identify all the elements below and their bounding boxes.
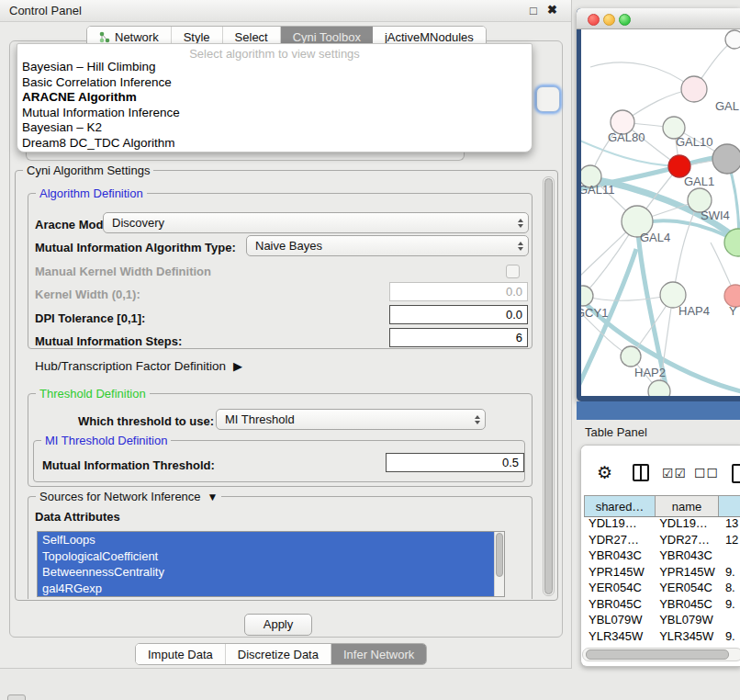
algo-options: Bayesian – Hill ClimbingBasic Correlatio… xyxy=(17,60,532,152)
aracne-mode-value: Discovery xyxy=(104,216,513,230)
hub-factor-expander[interactable]: Hub/Transcription Factor Definition ▶ xyxy=(35,359,242,373)
bottom-left-button[interactable] xyxy=(7,694,26,700)
focused-spinner-remnant xyxy=(536,86,560,112)
mac-close-icon[interactable] xyxy=(588,14,600,26)
tab-infer-network[interactable]: Infer Network xyxy=(331,644,426,664)
network-window-titlebar[interactable] xyxy=(577,8,740,29)
table-row[interactable]: YPR145WYPR145W9. xyxy=(584,564,740,581)
table-cell: 9. xyxy=(717,628,740,645)
table-row[interactable]: YER054CYER054C8. xyxy=(584,580,740,596)
table-row[interactable]: YLR345WYLR345W9. xyxy=(584,628,740,645)
split-columns-icon[interactable] xyxy=(633,464,649,481)
network-node[interactable] xyxy=(725,30,740,49)
table-hscrollbar[interactable] xyxy=(582,648,740,661)
network-node-gal[interactable] xyxy=(681,76,707,102)
tab-label: jActiveMNodules xyxy=(385,30,474,44)
gear-icon[interactable]: ⚙ xyxy=(597,462,612,483)
column-header-third[interactable]: A xyxy=(719,496,740,516)
combo-arrows-icon xyxy=(513,219,528,228)
data-attributes-label: Data Attributes xyxy=(35,510,120,524)
algorithm-option[interactable]: Dream8 DC_TDC Algorithm xyxy=(17,136,532,152)
mi-threshold-field[interactable]: 0.5 xyxy=(386,453,524,472)
algorithm-option[interactable]: Bayesian – Hill Climbing xyxy=(17,60,532,75)
table-cell: YDL19… xyxy=(653,515,717,532)
table-panel-window: ⚙ ☑☑ ☐☐ shared… name A YDL19…YDL19…13YDR… xyxy=(580,445,740,667)
node-label: SWI4 xyxy=(701,209,730,222)
algorithm-option[interactable]: Mutual Information Inference xyxy=(17,106,532,121)
table-cell xyxy=(717,548,740,564)
table-cell: YER054C xyxy=(653,580,717,596)
dpi-tolerance-field[interactable]: 0.0 xyxy=(389,305,528,324)
column-header-shared[interactable]: shared… xyxy=(585,496,656,516)
table-cell: 12 xyxy=(717,532,740,548)
mi-type-combo[interactable]: Naive Bayes xyxy=(246,235,529,256)
float-window-icon[interactable]: □ xyxy=(530,4,537,17)
manual-kernel-checkbox[interactable] xyxy=(506,265,520,278)
cp-bottom-tabs: Impute DataDiscretize DataInfer Network xyxy=(135,643,427,665)
network-view-window[interactable]: GALGAL80GAL10GAL1GAL11SWI4GAL4GCY1HAP4YH… xyxy=(577,8,740,401)
kernel-width-label: Kernel Width (0,1): xyxy=(35,288,140,301)
algorithm-dropdown[interactable]: Select algorithm to view settings Bayesi… xyxy=(17,43,533,152)
algorithm-option[interactable]: Bayesian – K2 xyxy=(17,120,532,136)
network-node[interactable] xyxy=(712,144,740,174)
aracne-mode-combo[interactable]: Discovery xyxy=(103,212,529,233)
table-row[interactable]: YDL19…YDL19…13 xyxy=(584,515,740,532)
tab-discretize-data[interactable]: Discretize Data xyxy=(226,644,331,664)
network-icon xyxy=(99,31,110,43)
tab-label: Select xyxy=(235,30,268,44)
tab-label: Cyni Toolbox xyxy=(293,30,361,44)
attr-items: SelfLoopsTopologicalCoefficientBetweenne… xyxy=(38,532,504,596)
mi-type-label: Mutual Information Algorithm Type: xyxy=(35,241,236,254)
deselect-all-checks-icon[interactable]: ☐☐ xyxy=(694,466,719,480)
column-header-name[interactable]: name xyxy=(656,496,719,516)
sources-group-title-wrap[interactable]: Sources for Network Inference ▼ xyxy=(36,490,221,503)
mi-threshold-label: Mutual Information Threshold: xyxy=(42,458,215,472)
settings-scrollbar[interactable] xyxy=(543,176,555,596)
which-threshold-combo[interactable]: MI Threshold xyxy=(216,409,486,430)
table-row[interactable]: YDR27…YDR27…12 xyxy=(584,532,740,548)
table-row[interactable]: YBR043CYBR043C xyxy=(584,548,740,564)
table-cell: YBR043C xyxy=(584,548,653,564)
manual-kernel-label: Manual Kernel Width Definition xyxy=(35,265,211,278)
algorithm-definition-title: Algorithm Definition xyxy=(36,186,147,200)
tab-label: Network xyxy=(115,30,159,44)
node-label: GAL11 xyxy=(581,183,615,197)
mac-zoom-icon[interactable] xyxy=(619,14,631,26)
network-canvas[interactable]: GALGAL80GAL10GAL1GAL11SWI4GAL4GCY1HAP4YH… xyxy=(581,28,740,396)
mi-steps-field[interactable]: 6 xyxy=(389,328,528,347)
attribute-item[interactable]: BetweennessCentrality xyxy=(38,564,499,581)
attribute-item[interactable]: TopologicalCoefficient xyxy=(38,548,499,565)
tab-impute-data[interactable]: Impute Data xyxy=(136,644,226,664)
sources-group-title: Sources for Network Inference xyxy=(39,490,201,503)
control-panel-title: Control Panel xyxy=(9,4,82,17)
close-icon[interactable]: ✖ xyxy=(547,3,557,17)
network-node-gcy1[interactable] xyxy=(581,286,593,306)
kernel-width-field[interactable]: 0.0 xyxy=(389,282,528,301)
algorithm-option[interactable]: ARACNE Algorithm xyxy=(17,90,532,106)
table-cell: YBR045C xyxy=(584,596,653,613)
table-cell: YBL079W xyxy=(584,612,653,628)
network-node[interactable] xyxy=(648,380,670,396)
table-cell: YLR345W xyxy=(584,628,653,645)
select-all-checks-icon[interactable]: ☑☑ xyxy=(662,466,687,480)
table-body: YDL19…YDL19…13YDR27…YDR27…12YBR043CYBR04… xyxy=(584,515,740,648)
new-table-icon[interactable] xyxy=(732,464,740,483)
apply-button[interactable]: Apply xyxy=(244,614,312,636)
threshold-definition-title: Threshold Definition xyxy=(36,387,150,401)
data-attributes-list[interactable]: SelfLoopsTopologicalCoefficientBetweenne… xyxy=(37,531,505,597)
network-node-hap2[interactable] xyxy=(621,346,641,367)
table-row[interactable]: YBR045CYBR045C9. xyxy=(584,596,740,613)
algorithm-option[interactable]: Basic Correlation Inference xyxy=(17,75,532,91)
table-cell xyxy=(717,612,740,628)
attribute-item[interactable]: SelfLoops xyxy=(38,532,499,548)
attributes-scrollbar[interactable] xyxy=(494,532,504,596)
network-svg: GALGAL80GAL10GAL1GAL11SWI4GAL4GCY1HAP4YH… xyxy=(581,28,740,396)
table-cell: 8. xyxy=(717,580,740,596)
table-row[interactable]: YBL079WYBL079W xyxy=(584,612,740,628)
control-panel-window: Control Panel □ ✖ NetworkStyleSelectCyni… xyxy=(0,0,572,669)
table-cell: 9. xyxy=(717,564,740,581)
attribute-item[interactable]: gal4RGexp xyxy=(38,581,499,597)
desktop-background xyxy=(577,401,740,420)
node-label: GAL1 xyxy=(684,175,714,188)
mac-minimize-icon[interactable] xyxy=(603,14,615,26)
